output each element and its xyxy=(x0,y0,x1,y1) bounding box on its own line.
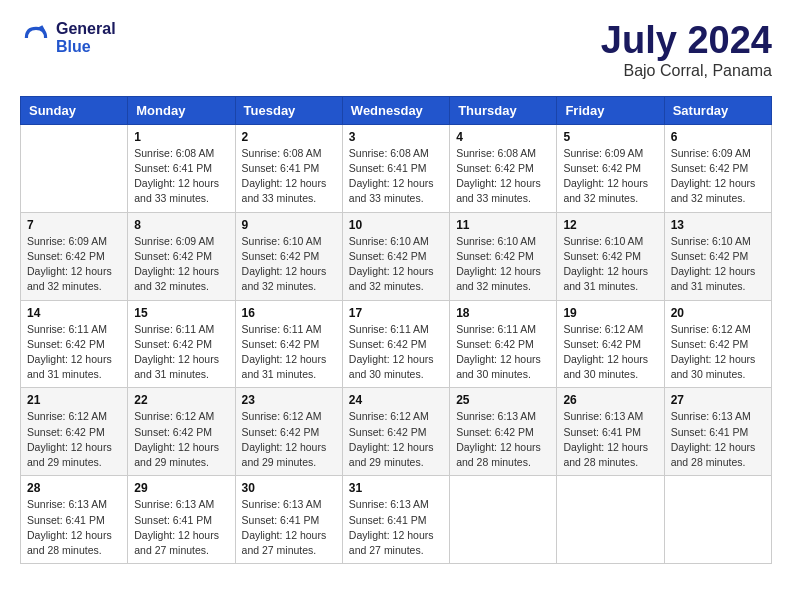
calendar-cell: 9Sunrise: 6:10 AMSunset: 6:42 PMDaylight… xyxy=(235,212,342,300)
cell-info: Sunrise: 6:10 AMSunset: 6:42 PMDaylight:… xyxy=(349,234,443,295)
day-number: 29 xyxy=(134,481,228,495)
day-number: 1 xyxy=(134,130,228,144)
calendar-cell: 10Sunrise: 6:10 AMSunset: 6:42 PMDayligh… xyxy=(342,212,449,300)
day-number: 30 xyxy=(242,481,336,495)
weekday-header-sunday: Sunday xyxy=(21,96,128,124)
calendar-cell: 23Sunrise: 6:12 AMSunset: 6:42 PMDayligh… xyxy=(235,388,342,476)
day-number: 24 xyxy=(349,393,443,407)
calendar-cell xyxy=(21,124,128,212)
calendar-cell: 31Sunrise: 6:13 AMSunset: 6:41 PMDayligh… xyxy=(342,476,449,564)
day-number: 4 xyxy=(456,130,550,144)
cell-info: Sunrise: 6:10 AMSunset: 6:42 PMDaylight:… xyxy=(456,234,550,295)
calendar-cell: 3Sunrise: 6:08 AMSunset: 6:41 PMDaylight… xyxy=(342,124,449,212)
day-number: 23 xyxy=(242,393,336,407)
weekday-header-friday: Friday xyxy=(557,96,664,124)
day-number: 14 xyxy=(27,306,121,320)
logo-icon xyxy=(20,22,52,54)
calendar-table: SundayMondayTuesdayWednesdayThursdayFrid… xyxy=(20,96,772,564)
calendar-cell: 26Sunrise: 6:13 AMSunset: 6:41 PMDayligh… xyxy=(557,388,664,476)
cell-info: Sunrise: 6:11 AMSunset: 6:42 PMDaylight:… xyxy=(242,322,336,383)
cell-info: Sunrise: 6:12 AMSunset: 6:42 PMDaylight:… xyxy=(27,409,121,470)
calendar-cell: 11Sunrise: 6:10 AMSunset: 6:42 PMDayligh… xyxy=(450,212,557,300)
day-number: 27 xyxy=(671,393,765,407)
day-number: 22 xyxy=(134,393,228,407)
cell-info: Sunrise: 6:13 AMSunset: 6:41 PMDaylight:… xyxy=(27,497,121,558)
cell-info: Sunrise: 6:09 AMSunset: 6:42 PMDaylight:… xyxy=(27,234,121,295)
calendar-cell: 5Sunrise: 6:09 AMSunset: 6:42 PMDaylight… xyxy=(557,124,664,212)
cell-info: Sunrise: 6:13 AMSunset: 6:41 PMDaylight:… xyxy=(134,497,228,558)
calendar-cell: 28Sunrise: 6:13 AMSunset: 6:41 PMDayligh… xyxy=(21,476,128,564)
cell-info: Sunrise: 6:12 AMSunset: 6:42 PMDaylight:… xyxy=(242,409,336,470)
cell-info: Sunrise: 6:12 AMSunset: 6:42 PMDaylight:… xyxy=(349,409,443,470)
cell-info: Sunrise: 6:08 AMSunset: 6:41 PMDaylight:… xyxy=(134,146,228,207)
calendar-cell xyxy=(557,476,664,564)
day-number: 19 xyxy=(563,306,657,320)
calendar-cell: 29Sunrise: 6:13 AMSunset: 6:41 PMDayligh… xyxy=(128,476,235,564)
logo: General Blue xyxy=(20,20,116,56)
calendar-cell: 24Sunrise: 6:12 AMSunset: 6:42 PMDayligh… xyxy=(342,388,449,476)
subtitle: Bajo Corral, Panama xyxy=(601,62,772,80)
day-number: 25 xyxy=(456,393,550,407)
day-number: 17 xyxy=(349,306,443,320)
day-number: 28 xyxy=(27,481,121,495)
day-number: 18 xyxy=(456,306,550,320)
calendar-cell: 30Sunrise: 6:13 AMSunset: 6:41 PMDayligh… xyxy=(235,476,342,564)
day-number: 2 xyxy=(242,130,336,144)
calendar-cell: 22Sunrise: 6:12 AMSunset: 6:42 PMDayligh… xyxy=(128,388,235,476)
day-number: 12 xyxy=(563,218,657,232)
calendar-cell: 18Sunrise: 6:11 AMSunset: 6:42 PMDayligh… xyxy=(450,300,557,388)
day-number: 5 xyxy=(563,130,657,144)
title-block: July 2024 Bajo Corral, Panama xyxy=(601,20,772,80)
day-number: 31 xyxy=(349,481,443,495)
cell-info: Sunrise: 6:13 AMSunset: 6:41 PMDaylight:… xyxy=(242,497,336,558)
day-number: 11 xyxy=(456,218,550,232)
calendar-cell: 14Sunrise: 6:11 AMSunset: 6:42 PMDayligh… xyxy=(21,300,128,388)
weekday-header-saturday: Saturday xyxy=(664,96,771,124)
cell-info: Sunrise: 6:08 AMSunset: 6:41 PMDaylight:… xyxy=(349,146,443,207)
weekday-header-thursday: Thursday xyxy=(450,96,557,124)
calendar-cell: 6Sunrise: 6:09 AMSunset: 6:42 PMDaylight… xyxy=(664,124,771,212)
cell-info: Sunrise: 6:09 AMSunset: 6:42 PMDaylight:… xyxy=(134,234,228,295)
cell-info: Sunrise: 6:12 AMSunset: 6:42 PMDaylight:… xyxy=(563,322,657,383)
day-number: 15 xyxy=(134,306,228,320)
cell-info: Sunrise: 6:08 AMSunset: 6:41 PMDaylight:… xyxy=(242,146,336,207)
calendar-cell: 17Sunrise: 6:11 AMSunset: 6:42 PMDayligh… xyxy=(342,300,449,388)
cell-info: Sunrise: 6:11 AMSunset: 6:42 PMDaylight:… xyxy=(134,322,228,383)
calendar-cell: 21Sunrise: 6:12 AMSunset: 6:42 PMDayligh… xyxy=(21,388,128,476)
weekday-header-monday: Monday xyxy=(128,96,235,124)
calendar-cell: 12Sunrise: 6:10 AMSunset: 6:42 PMDayligh… xyxy=(557,212,664,300)
calendar-cell xyxy=(664,476,771,564)
day-number: 8 xyxy=(134,218,228,232)
calendar-cell: 15Sunrise: 6:11 AMSunset: 6:42 PMDayligh… xyxy=(128,300,235,388)
main-title: July 2024 xyxy=(601,20,772,62)
cell-info: Sunrise: 6:09 AMSunset: 6:42 PMDaylight:… xyxy=(671,146,765,207)
day-number: 9 xyxy=(242,218,336,232)
day-number: 6 xyxy=(671,130,765,144)
calendar-cell: 8Sunrise: 6:09 AMSunset: 6:42 PMDaylight… xyxy=(128,212,235,300)
cell-info: Sunrise: 6:13 AMSunset: 6:41 PMDaylight:… xyxy=(349,497,443,558)
calendar-cell xyxy=(450,476,557,564)
cell-info: Sunrise: 6:11 AMSunset: 6:42 PMDaylight:… xyxy=(456,322,550,383)
calendar-cell: 7Sunrise: 6:09 AMSunset: 6:42 PMDaylight… xyxy=(21,212,128,300)
cell-info: Sunrise: 6:12 AMSunset: 6:42 PMDaylight:… xyxy=(671,322,765,383)
cell-info: Sunrise: 6:10 AMSunset: 6:42 PMDaylight:… xyxy=(242,234,336,295)
calendar-cell: 2Sunrise: 6:08 AMSunset: 6:41 PMDaylight… xyxy=(235,124,342,212)
day-number: 10 xyxy=(349,218,443,232)
day-number: 3 xyxy=(349,130,443,144)
calendar-cell: 27Sunrise: 6:13 AMSunset: 6:41 PMDayligh… xyxy=(664,388,771,476)
calendar-cell: 25Sunrise: 6:13 AMSunset: 6:42 PMDayligh… xyxy=(450,388,557,476)
calendar-cell: 16Sunrise: 6:11 AMSunset: 6:42 PMDayligh… xyxy=(235,300,342,388)
page-header: General Blue July 2024 Bajo Corral, Pana… xyxy=(20,20,772,80)
day-number: 21 xyxy=(27,393,121,407)
cell-info: Sunrise: 6:11 AMSunset: 6:42 PMDaylight:… xyxy=(27,322,121,383)
calendar-cell: 13Sunrise: 6:10 AMSunset: 6:42 PMDayligh… xyxy=(664,212,771,300)
calendar-cell: 4Sunrise: 6:08 AMSunset: 6:42 PMDaylight… xyxy=(450,124,557,212)
calendar-cell: 1Sunrise: 6:08 AMSunset: 6:41 PMDaylight… xyxy=(128,124,235,212)
cell-info: Sunrise: 6:12 AMSunset: 6:42 PMDaylight:… xyxy=(134,409,228,470)
weekday-header-wednesday: Wednesday xyxy=(342,96,449,124)
cell-info: Sunrise: 6:10 AMSunset: 6:42 PMDaylight:… xyxy=(671,234,765,295)
cell-info: Sunrise: 6:08 AMSunset: 6:42 PMDaylight:… xyxy=(456,146,550,207)
cell-info: Sunrise: 6:11 AMSunset: 6:42 PMDaylight:… xyxy=(349,322,443,383)
cell-info: Sunrise: 6:13 AMSunset: 6:41 PMDaylight:… xyxy=(671,409,765,470)
cell-info: Sunrise: 6:10 AMSunset: 6:42 PMDaylight:… xyxy=(563,234,657,295)
